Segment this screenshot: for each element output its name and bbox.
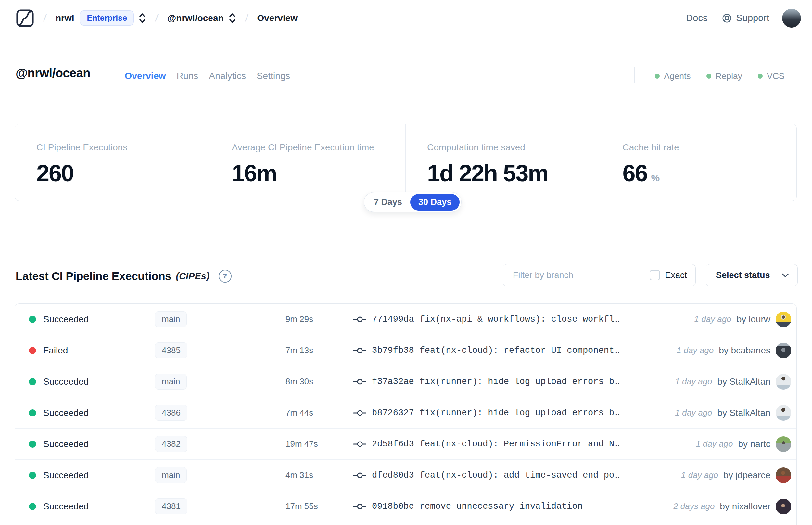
branch-badge: 4386	[155, 405, 187, 421]
commit-message: feat(nx-cloud): add time-saved end po…	[420, 470, 620, 480]
commit-hash: f37a32ae	[372, 377, 414, 387]
divider	[107, 65, 107, 84]
status-label: Succeeded	[43, 470, 89, 480]
author: by nixallover	[720, 501, 770, 512]
commit-cell[interactable]: 771499da fix(nx-api & workflows): close …	[353, 314, 688, 324]
time-ago: 1 day ago	[677, 345, 714, 356]
cipe-row[interactable]: Succeeded main 4m 31s dfed80d3 feat(nx-c…	[15, 460, 796, 491]
cipe-table: Succeeded main 9m 29s 771499da fix(nx-ap…	[15, 303, 797, 525]
workspace-title: @nrwl/ocean	[16, 66, 90, 80]
divider	[634, 67, 635, 83]
duration: 9m 29s	[286, 314, 353, 324]
commit-message: feat(nx-cloud): refactor UI component…	[420, 346, 620, 356]
git-commit-icon	[353, 471, 366, 479]
support-link[interactable]: Support	[722, 13, 769, 24]
cipe-row[interactable]: Succeeded main 8m 30s f37a32ae fix(runne…	[15, 366, 796, 397]
range-option[interactable]: 30 Days	[410, 194, 460, 211]
status-label: Succeeded	[43, 439, 89, 449]
stat-card: CI Pipeline Executions 260	[15, 124, 211, 201]
workspace-switcher-icon[interactable]	[228, 12, 236, 24]
breadcrumb-org[interactable]: nrwl	[56, 13, 74, 24]
nx-cloud-overview-page: / nrwl Enterprise / @nrwl/ocean / Overvi…	[0, 0, 812, 525]
service-status-item[interactable]: Replay	[706, 71, 742, 81]
chevron-down-icon	[781, 270, 790, 280]
docs-link[interactable]: Docs	[686, 13, 707, 24]
author: by lourw	[737, 314, 770, 325]
top-navigation-bar: / nrwl Enterprise / @nrwl/ocean / Overvi…	[0, 0, 812, 36]
commit-hash: 771499da	[372, 314, 414, 324]
range-option[interactable]: 7 Days	[366, 194, 410, 211]
breadcrumb-separator: /	[43, 12, 47, 24]
commit-hash: 3b79fb38	[372, 346, 414, 356]
commit-cell[interactable]: 2d58f6d3 feat(nx-cloud): PermissionError…	[353, 439, 689, 449]
commit-hash: dfed80d3	[372, 470, 414, 480]
commit-hash: b8726327	[372, 408, 414, 418]
section-title-suffix: (CIPEs)	[176, 271, 210, 282]
section-title: Latest CI Pipeline Executions	[16, 270, 171, 283]
service-label: VCS	[767, 71, 785, 81]
status-label: Succeeded	[43, 501, 89, 512]
cipe-row[interactable]: Succeeded 4382 19m 47s 2d58f6d3 feat(nx-…	[15, 429, 796, 460]
status-select-button[interactable]: Select status	[706, 264, 798, 286]
branch-badge: main	[155, 467, 187, 483]
org-switcher-icon[interactable]	[138, 12, 146, 24]
duration: 7m 13s	[286, 345, 353, 356]
commit-cell[interactable]: 0918b0be remove unnecessary invalidation	[353, 501, 667, 511]
avatar[interactable]	[776, 312, 791, 327]
branch-badge: main	[155, 374, 187, 390]
git-commit-icon	[353, 315, 366, 323]
branch-badge: 4381	[155, 498, 187, 514]
avatar[interactable]	[776, 343, 791, 358]
tab[interactable]: Settings	[257, 71, 290, 81]
avatar[interactable]	[776, 499, 791, 514]
breadcrumb-workspace[interactable]: @nrwl/ocean	[167, 13, 224, 24]
status-dot-icon	[706, 74, 711, 79]
user-avatar[interactable]	[782, 9, 801, 28]
stat-label: Cache hit rate	[623, 142, 787, 153]
tab[interactable]: Runs	[177, 71, 198, 81]
branch-filter-input[interactable]	[503, 265, 642, 286]
branch-badge: 4382	[155, 436, 187, 452]
status-dot	[29, 378, 36, 385]
cipe-row[interactable]: Failed 4385 7m 13s 3b79fb38 feat(nx-clou…	[15, 335, 796, 366]
author: by bcabanes	[719, 345, 770, 356]
status-dot	[29, 347, 36, 354]
exact-checkbox[interactable]	[649, 270, 660, 280]
cipe-row[interactable]: Succeeded main 9m 29s 771499da fix(nx-ap…	[15, 304, 796, 335]
cipe-row[interactable]: Succeeded 4381 17m 55s 0918b0be remove u…	[15, 491, 796, 522]
tab[interactable]: Analytics	[209, 71, 246, 81]
commit-cell[interactable]: 3b79fb38 feat(nx-cloud): refactor UI com…	[353, 346, 670, 356]
duration: 19m 47s	[286, 439, 353, 449]
author: by jdpearce	[723, 470, 770, 480]
help-icon[interactable]: ?	[219, 270, 232, 283]
duration: 17m 55s	[286, 501, 353, 511]
duration: 4m 31s	[286, 470, 353, 480]
service-status-item[interactable]: Agents	[655, 71, 691, 81]
commit-cell[interactable]: f37a32ae fix(runner): hide log upload er…	[353, 377, 669, 387]
cipe-row[interactable]: Succeeded 4386 7m 44s b8726327 fix(runne…	[15, 397, 796, 429]
commit-message: fix(runner): hide log upload errors b…	[420, 408, 620, 418]
avatar[interactable]	[776, 467, 791, 483]
status-dot-icon	[758, 74, 763, 79]
avatar[interactable]	[776, 436, 791, 452]
status-label: Succeeded	[43, 408, 89, 418]
exact-filter[interactable]: Exact	[642, 265, 695, 286]
status-select-label: Select status	[716, 270, 770, 280]
commit-cell[interactable]: dfed80d3 feat(nx-cloud): add time-saved …	[353, 470, 675, 480]
time-ago: 1 day ago	[696, 439, 733, 449]
author: by nartc	[738, 439, 770, 449]
service-status-item[interactable]: VCS	[758, 71, 785, 81]
git-commit-icon	[353, 347, 366, 355]
status-dot	[29, 472, 36, 479]
avatar[interactable]	[776, 374, 791, 390]
commit-hash: 2d58f6d3	[372, 439, 414, 449]
stats-cards: CI Pipeline Executions 260 Average CI Pi…	[15, 124, 797, 201]
breadcrumb-page: Overview	[257, 13, 297, 24]
tab[interactable]: Overview	[125, 71, 166, 81]
commit-cell[interactable]: b8726327 fix(runner): hide log upload er…	[353, 408, 669, 418]
avatar[interactable]	[776, 405, 791, 421]
branch-filter-group: Exact	[503, 264, 696, 286]
service-label: Replay	[716, 71, 742, 81]
nx-logo-icon[interactable]	[16, 9, 34, 28]
commit-message: remove unnecessary invalidation	[420, 501, 583, 511]
